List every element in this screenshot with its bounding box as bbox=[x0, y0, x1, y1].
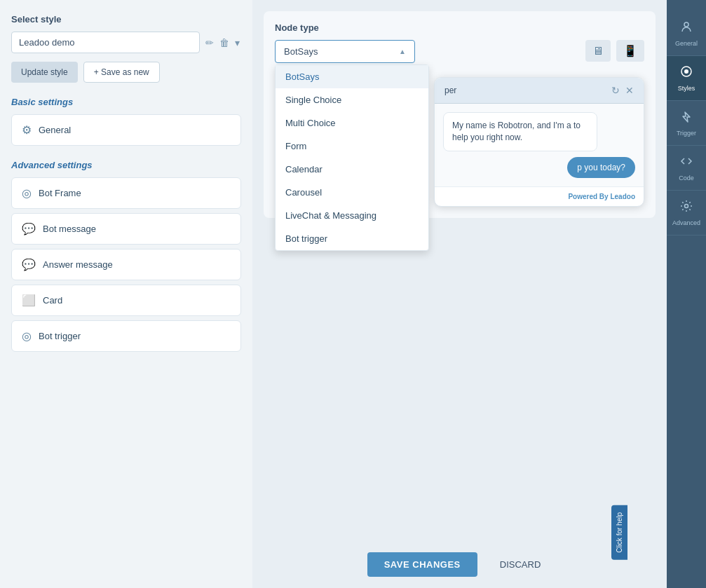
sidebar-item-trigger[interactable]: Trigger bbox=[667, 101, 706, 146]
dropdown-item-botsays[interactable]: BotSays bbox=[276, 65, 428, 88]
svg-point-0 bbox=[684, 22, 688, 27]
delete-style-icon[interactable]: 🗑 bbox=[218, 36, 231, 50]
dropdown-arrow-icon: ▲ bbox=[399, 48, 406, 55]
bot-trigger-label: Bot trigger bbox=[39, 331, 81, 341]
chat-close-button[interactable]: ✕ bbox=[625, 85, 634, 96]
selected-node-type: BotSays bbox=[284, 46, 318, 57]
save-changes-button[interactable]: SAVE CHANGES bbox=[367, 552, 477, 577]
bot-frame-icon: ◎ bbox=[22, 186, 32, 200]
settings-item-card[interactable]: ⬜ Card bbox=[11, 285, 241, 316]
advanced-settings-section: Advanced settings bbox=[11, 160, 241, 170]
mobile-preview-button[interactable]: 📱 bbox=[616, 40, 644, 62]
dropdown-selected-value[interactable]: BotSays ▲ bbox=[275, 40, 415, 63]
chat-header: per ↻ ✕ bbox=[435, 78, 644, 104]
sidebar-item-general[interactable]: General bbox=[667, 11, 706, 56]
trigger-sidebar-icon bbox=[679, 109, 693, 127]
code-sidebar-icon bbox=[679, 154, 693, 172]
general-sidebar-label: General bbox=[675, 40, 698, 47]
main-area: Node type BotSays ▲ BotSays Single Choic… bbox=[252, 0, 667, 588]
node-type-label: Node type bbox=[275, 22, 644, 33]
bot-message-icon: 💬 bbox=[22, 222, 36, 235]
style-buttons-row: Update style + Save as new bbox=[11, 62, 241, 83]
dropdown-item-calendar[interactable]: Calendar bbox=[276, 158, 428, 181]
svg-point-3 bbox=[685, 205, 688, 208]
chat-footer-brand: Leadoo bbox=[610, 193, 635, 200]
save-as-new-button[interactable]: + Save as new bbox=[83, 62, 160, 83]
chat-header-text: per bbox=[444, 86, 456, 95]
right-sidebar: General Styles Trigger Code Advanced bbox=[667, 0, 706, 588]
discard-button[interactable]: DISCARD bbox=[489, 552, 552, 577]
card-icon: ⬜ bbox=[22, 294, 36, 307]
chat-footer-text: Powered By bbox=[568, 193, 608, 200]
dropdown-style-icon[interactable]: ▾ bbox=[233, 36, 241, 50]
general-sidebar-icon bbox=[679, 20, 693, 37]
bot-trigger-icon: ◎ bbox=[22, 329, 32, 343]
styles-sidebar-label: Styles bbox=[678, 85, 695, 92]
dropdown-item-single-choice[interactable]: Single Choice bbox=[276, 88, 428, 111]
style-selector-row: ✏ 🗑 ▾ bbox=[11, 32, 241, 53]
dropdown-menu: BotSays Single Choice Multi Choice Form … bbox=[275, 64, 429, 251]
node-type-panel: Node type BotSays ▲ BotSays Single Choic… bbox=[264, 11, 656, 218]
node-type-dropdown[interactable]: BotSays ▲ BotSays Single Choice Multi Ch… bbox=[275, 40, 415, 63]
general-icon: ⚙ bbox=[22, 123, 32, 137]
sidebar-item-advanced[interactable]: Advanced bbox=[667, 191, 706, 235]
help-button[interactable]: Click for help bbox=[611, 505, 627, 560]
card-label: Card bbox=[43, 295, 62, 306]
style-icons: ✏ 🗑 ▾ bbox=[204, 36, 241, 50]
answer-message-label: Answer message bbox=[43, 259, 113, 270]
answer-message-icon: 💬 bbox=[22, 258, 36, 271]
main-content: Node type BotSays ▲ BotSays Single Choic… bbox=[252, 0, 667, 541]
desktop-preview-button[interactable]: 🖥 bbox=[585, 40, 611, 62]
chat-question-message: p you today? bbox=[567, 157, 635, 178]
chat-header-actions: ↻ ✕ bbox=[611, 85, 634, 96]
bot-message-label: Bot message bbox=[43, 224, 96, 234]
general-label: General bbox=[39, 125, 71, 135]
chat-window: per ↻ ✕ My name is Robotron, and I'm a t… bbox=[434, 77, 644, 207]
dropdown-item-livechat[interactable]: LiveChat & Messaging bbox=[276, 204, 428, 227]
code-sidebar-label: Code bbox=[679, 175, 694, 182]
advanced-sidebar-label: Advanced bbox=[672, 219, 700, 226]
style-name-input[interactable] bbox=[11, 32, 200, 53]
sidebar-item-styles[interactable]: Styles bbox=[667, 56, 706, 101]
settings-item-bot-message[interactable]: 💬 Bot message bbox=[11, 213, 241, 245]
chat-footer: Powered By Leadoo bbox=[435, 186, 644, 206]
update-style-button[interactable]: Update style bbox=[11, 62, 78, 83]
chat-body: My name is Robotron, and I'm a to help y… bbox=[435, 104, 644, 186]
styles-sidebar-icon bbox=[679, 64, 693, 82]
chat-refresh-button[interactable]: ↻ bbox=[611, 85, 620, 96]
dropdown-item-bot-trigger[interactable]: Bot trigger bbox=[276, 227, 428, 250]
chat-bot-message: My name is Robotron, and I'm a to help y… bbox=[443, 112, 597, 151]
node-type-row: BotSays ▲ BotSays Single Choice Multi Ch… bbox=[275, 40, 644, 63]
settings-item-answer-message[interactable]: 💬 Answer message bbox=[11, 249, 241, 280]
trigger-sidebar-label: Trigger bbox=[677, 130, 696, 137]
settings-item-general[interactable]: ⚙ General bbox=[11, 114, 241, 146]
dropdown-item-multi-choice[interactable]: Multi Choice bbox=[276, 111, 428, 135]
select-style-label: Select style bbox=[11, 14, 241, 25]
advanced-sidebar-icon bbox=[679, 199, 693, 217]
bottom-bar: SAVE CHANGES DISCARD bbox=[252, 541, 667, 588]
dropdown-item-form[interactable]: Form bbox=[276, 135, 428, 158]
settings-item-bot-frame[interactable]: ◎ Bot Frame bbox=[11, 177, 241, 209]
svg-point-2 bbox=[684, 69, 688, 74]
basic-settings-section: Basic settings bbox=[11, 97, 241, 107]
bot-frame-label: Bot Frame bbox=[39, 188, 81, 198]
settings-item-bot-trigger[interactable]: ◎ Bot trigger bbox=[11, 320, 241, 352]
left-panel: Select style ✏ 🗑 ▾ Update style + Save a… bbox=[0, 0, 252, 588]
sidebar-item-code[interactable]: Code bbox=[667, 146, 706, 191]
edit-style-icon[interactable]: ✏ bbox=[204, 36, 215, 50]
dropdown-item-carousel[interactable]: Carousel bbox=[276, 181, 428, 204]
preview-mode-icons: 🖥 📱 bbox=[585, 40, 644, 62]
chat-question-wrapper: p you today? bbox=[443, 157, 635, 178]
